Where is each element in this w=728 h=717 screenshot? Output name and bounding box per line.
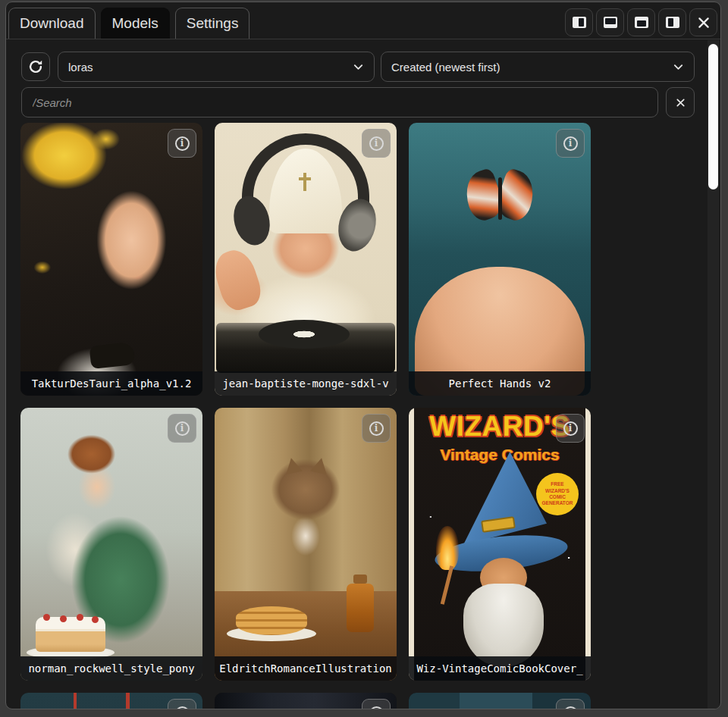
grid-scrollbar-track[interactable] xyxy=(708,40,719,709)
model-type-select[interactable]: loras xyxy=(58,52,375,82)
sort-value: Created (newest first) xyxy=(391,61,500,74)
clear-search-button[interactable] xyxy=(666,87,695,117)
info-icon xyxy=(563,706,578,710)
close-panel-button[interactable] xyxy=(689,8,717,36)
model-info-button[interactable] xyxy=(362,699,391,709)
model-info-button[interactable] xyxy=(362,414,391,443)
model-thumbnail xyxy=(215,123,397,396)
chevron-down-icon xyxy=(353,61,364,73)
model-card[interactable] xyxy=(409,693,591,709)
model-card[interactable]: EldritchRomanceIllustration xyxy=(215,408,397,681)
model-name-label: jean-baptiste-monge-sdxl-v xyxy=(215,371,397,396)
grid-scrollbar-thumb[interactable] xyxy=(708,44,718,189)
sort-select[interactable]: Created (newest first) xyxy=(381,52,695,82)
refresh-button[interactable] xyxy=(21,52,50,81)
models-panel: Download Models Settings loras xyxy=(5,2,721,709)
window-controls xyxy=(565,8,717,36)
refresh-icon xyxy=(27,58,44,75)
model-info-button[interactable] xyxy=(362,129,391,158)
comic-cover-subtitle: Vintage Comics xyxy=(414,446,585,464)
model-info-button[interactable] xyxy=(168,699,196,709)
model-card[interactable]: Perfect Hands v2 xyxy=(409,123,591,396)
model-card[interactable] xyxy=(215,693,397,709)
dock-right-button[interactable] xyxy=(565,8,593,36)
model-thumbnail xyxy=(409,123,591,396)
model-name-label: EldritchRomanceIllustration xyxy=(215,656,397,681)
model-info-button[interactable] xyxy=(556,699,585,709)
dock-left-icon xyxy=(666,17,679,28)
dock-top-icon xyxy=(604,17,617,28)
dock-top-button[interactable] xyxy=(596,8,624,36)
model-card-grid: TakturDesTauri_alpha_v1.2 jean-baptiste-… xyxy=(20,123,591,709)
dock-bottom-icon xyxy=(635,17,648,28)
info-icon xyxy=(175,136,190,151)
info-icon xyxy=(369,706,384,710)
model-name-label: TakturDesTauri_alpha_v1.2 xyxy=(20,371,202,396)
model-card[interactable]: jean-baptiste-monge-sdxl-v xyxy=(215,123,397,396)
model-thumbnail: WIZARD'S Vintage Comics FREE WIZARD'S CO… xyxy=(409,408,591,681)
info-icon xyxy=(563,136,578,151)
close-icon xyxy=(697,16,711,30)
dock-bottom-button[interactable] xyxy=(627,8,655,36)
tab-download[interactable]: Download xyxy=(8,8,96,39)
model-thumbnail xyxy=(215,408,397,681)
model-name-label: Wiz-VintageComicBookCover_ xyxy=(409,656,591,681)
search-input[interactable] xyxy=(21,87,658,117)
info-icon xyxy=(369,136,384,151)
chevron-down-icon xyxy=(673,61,684,73)
tab-settings[interactable]: Settings xyxy=(175,8,250,39)
model-name-label: Perfect Hands v2 xyxy=(409,371,591,396)
model-info-button[interactable] xyxy=(168,414,196,443)
info-icon xyxy=(175,421,190,436)
model-type-value: loras xyxy=(68,61,93,74)
close-icon xyxy=(675,97,686,108)
info-icon xyxy=(175,706,190,710)
dock-right-icon xyxy=(573,17,586,28)
model-card[interactable] xyxy=(20,693,202,709)
info-icon xyxy=(369,421,384,436)
model-thumbnail xyxy=(20,123,202,396)
model-info-button[interactable] xyxy=(556,414,585,443)
model-name-label: norman_rockwell_style_pony xyxy=(20,656,202,681)
model-card[interactable]: TakturDesTauri_alpha_v1.2 xyxy=(20,123,202,396)
model-info-button[interactable] xyxy=(556,129,585,158)
info-icon xyxy=(563,421,578,436)
dock-left-button[interactable] xyxy=(658,8,686,36)
model-card[interactable]: norman_rockwell_style_pony xyxy=(20,408,202,681)
model-info-button[interactable] xyxy=(168,129,196,158)
model-card[interactable]: WIZARD'S Vintage Comics FREE WIZARD'S CO… xyxy=(409,408,591,681)
comic-cover-badge: FREE WIZARD'S COMIC GENERATOR xyxy=(536,473,579,515)
model-thumbnail xyxy=(20,408,202,681)
tab-models[interactable]: Models xyxy=(101,8,170,39)
